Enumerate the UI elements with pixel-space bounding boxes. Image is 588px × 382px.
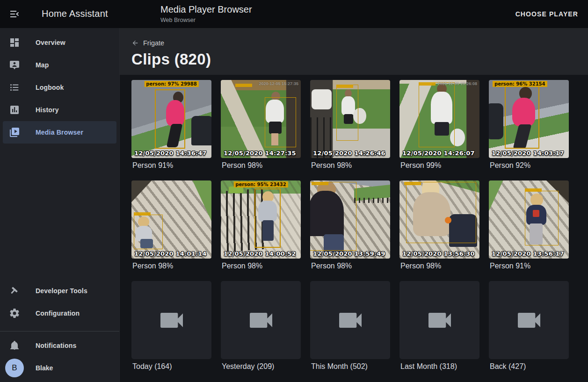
clip-thumbnail[interactable]: 12/05/2020 14:26:46 bbox=[310, 80, 390, 158]
folder-today[interactable] bbox=[131, 281, 211, 359]
sidebar-item-overview[interactable]: Overview bbox=[3, 31, 116, 54]
clip-caption: Person 99% bbox=[399, 161, 479, 170]
clip-caption: Person 98% bbox=[221, 262, 301, 270]
avatar: B bbox=[5, 359, 24, 377]
sidebar-item-label: Configuration bbox=[36, 310, 80, 317]
clip-thumbnail[interactable]: person: 96% 32154 12/05/2020 14:03:17 bbox=[489, 80, 569, 158]
clip-timestamp: 12/05/2020 14:03:17 bbox=[492, 150, 564, 157]
list-icon bbox=[9, 82, 20, 93]
sidebar-item-map[interactable]: Map bbox=[3, 54, 116, 76]
video-icon bbox=[335, 305, 365, 335]
clip-thumbnail[interactable]: 12/05/2020 14:01:14 bbox=[131, 180, 211, 259]
sidebar-item-developer-tools[interactable]: Developer Tools bbox=[3, 280, 116, 302]
detection-label: person: 97% 29988 bbox=[144, 81, 199, 87]
media-browser-header: Frigate Clips (820) bbox=[120, 28, 588, 75]
media-clip-item: person: 96% 32154 12/05/2020 14:03:17 Pe… bbox=[489, 80, 569, 170]
clip-caption: Person 98% bbox=[221, 161, 301, 170]
video-icon bbox=[514, 305, 544, 335]
media-clip-item: person: 97% 29988 12/05/2020 14:36:47 Pe… bbox=[131, 80, 211, 170]
sidebar-item-label: Developer Tools bbox=[36, 287, 87, 295]
scene-shape bbox=[354, 198, 390, 203]
sidebar-spacer bbox=[0, 144, 119, 280]
clip-timestamp: 12/05/2020 14:01:14 bbox=[134, 250, 207, 257]
detection-label bbox=[336, 85, 353, 88]
detection-bbox bbox=[406, 182, 476, 243]
sidebar-item-label: Notifications bbox=[36, 342, 76, 349]
media-grid-container: person: 97% 29988 12/05/2020 14:36:47 Pe… bbox=[120, 75, 588, 382]
clip-thumbnail[interactable]: 2020-12-05 15:27:35 12/05/2020 14:27:35 bbox=[221, 80, 301, 158]
clip-caption: Person 98% bbox=[399, 262, 479, 270]
page-title: Media Player Browser bbox=[160, 4, 252, 15]
dashboard-icon bbox=[9, 37, 20, 48]
detection-label bbox=[404, 182, 421, 185]
folder-last-month[interactable] bbox=[399, 281, 479, 359]
media-clip-item: 2020-12-05 15:26:08 12/05/2020 14:26:07 … bbox=[399, 80, 479, 170]
detection-bbox bbox=[525, 191, 559, 245]
page-title: Clips (820) bbox=[131, 50, 588, 68]
sidebar-item-logbook[interactable]: Logbook bbox=[3, 76, 116, 99]
folder-this-month[interactable] bbox=[310, 281, 390, 359]
breadcrumb[interactable]: Frigate bbox=[131, 28, 164, 47]
detection-label: person: 95% 23432 bbox=[233, 181, 288, 187]
clip-thumbnail[interactable]: person: 95% 23432 12/05/2020 14:00:52 bbox=[221, 180, 301, 259]
bar-chart-icon bbox=[9, 104, 20, 115]
detection-bbox bbox=[419, 82, 455, 147]
detection-bbox bbox=[265, 97, 296, 147]
app-header: Home Assistant Media Player Browser Web … bbox=[0, 0, 588, 28]
clip-thumbnail[interactable]: 12/05/2020 13:56:17 bbox=[489, 180, 569, 259]
clip-thumbnail[interactable]: 12/05/2020 13:56:30 bbox=[399, 180, 479, 259]
media-folder-item: Last Month (318) bbox=[399, 281, 479, 371]
media-clip-item: 12/05/2020 13:59:49 Person 98% bbox=[310, 180, 390, 270]
sidebar-item-label: Map bbox=[36, 61, 49, 69]
user-name-label: Blake bbox=[36, 364, 53, 372]
sidebar-item-history[interactable]: History bbox=[3, 99, 116, 121]
detection-bbox bbox=[336, 85, 358, 141]
folder-caption: Back (427) bbox=[489, 362, 569, 371]
media-clip-item: 12/05/2020 13:56:17 Person 91% bbox=[489, 180, 569, 270]
detection-bbox bbox=[155, 89, 185, 149]
sidebar-tools: Developer Tools Configuration Notificati… bbox=[0, 280, 119, 382]
folder-caption: Last Month (318) bbox=[399, 362, 479, 371]
sidebar-item-notifications[interactable]: Notifications bbox=[3, 334, 116, 357]
clip-timestamp: 12/05/2020 14:26:46 bbox=[313, 150, 385, 157]
clip-thumbnail[interactable]: person: 97% 29988 12/05/2020 14:36:47 bbox=[131, 80, 211, 158]
media-clip-item: 12/05/2020 13:56:30 Person 98% bbox=[399, 180, 479, 270]
clip-timestamp: 12/05/2020 14:36:47 bbox=[134, 150, 207, 157]
clip-caption: Person 92% bbox=[489, 161, 569, 170]
bell-icon bbox=[9, 340, 20, 351]
sidebar-item-configuration[interactable]: Configuration bbox=[3, 302, 116, 324]
clip-timestamp: 12/05/2020 13:59:49 bbox=[313, 250, 385, 257]
choose-player-button[interactable]: CHOOSE PLAYER bbox=[515, 0, 578, 28]
sidebar-item-label: History bbox=[36, 106, 59, 114]
camera-osd-timestamp: 2020-12-05 15:27:35 bbox=[259, 81, 298, 86]
clip-timestamp: 12/05/2020 13:56:30 bbox=[402, 250, 475, 257]
video-icon bbox=[157, 305, 187, 335]
clip-thumbnail[interactable]: 2020-12-05 15:26:08 12/05/2020 14:26:07 bbox=[399, 80, 479, 158]
sidebar-divider bbox=[0, 331, 119, 332]
scene-shape bbox=[312, 89, 332, 109]
clip-thumbnail[interactable]: 12/05/2020 13:59:49 bbox=[310, 180, 390, 259]
folder-yesterday[interactable] bbox=[221, 281, 301, 359]
clip-timestamp: 12/05/2020 14:00:52 bbox=[224, 250, 296, 257]
main-panel: Frigate Clips (820) person: 97% 29988 12… bbox=[120, 28, 588, 382]
page-subtitle: Web Browser bbox=[160, 17, 252, 23]
sidebar-item-label: Media Browser bbox=[36, 129, 83, 136]
detection-label bbox=[312, 182, 328, 185]
clip-caption: Person 91% bbox=[489, 262, 569, 270]
folder-back[interactable] bbox=[489, 281, 569, 359]
sidebar-nav: Overview Map Logbook bbox=[0, 28, 119, 144]
sidebar-item-label: Logbook bbox=[36, 84, 64, 91]
sidebar-user-profile[interactable]: B Blake bbox=[3, 357, 116, 379]
clip-caption: Person 98% bbox=[310, 161, 390, 170]
detection-label bbox=[235, 84, 252, 87]
gear-icon bbox=[9, 308, 20, 319]
scene-shape bbox=[229, 187, 243, 193]
media-clip-item: person: 95% 23432 12/05/2020 14:00:52 Pe… bbox=[221, 180, 301, 270]
folder-caption: Today (164) bbox=[131, 362, 211, 371]
media-folder-item: Back (427) bbox=[489, 281, 569, 371]
menu-open-icon[interactable] bbox=[8, 8, 22, 20]
scene-shape bbox=[489, 103, 503, 139]
sidebar-item-media-browser[interactable]: Media Browser bbox=[3, 121, 116, 144]
video-icon bbox=[246, 305, 276, 335]
clip-caption: Person 98% bbox=[131, 262, 211, 270]
